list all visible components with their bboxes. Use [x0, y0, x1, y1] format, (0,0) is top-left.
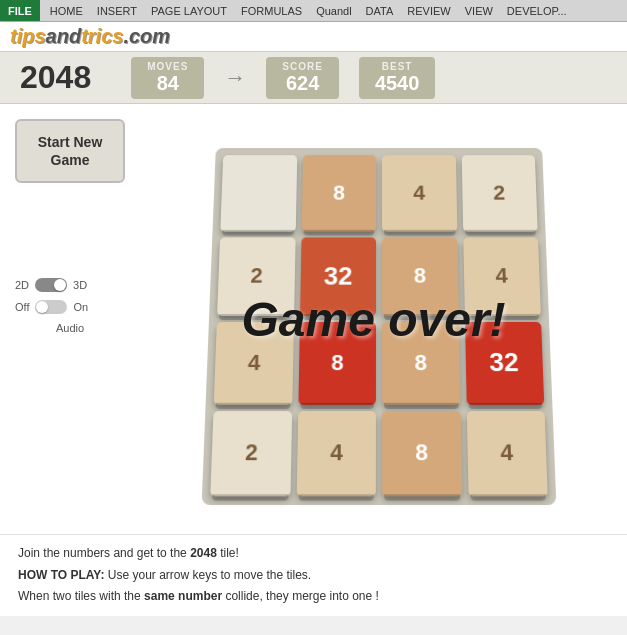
moves-stat: MOVES 84: [131, 57, 204, 99]
score-label: SCORE: [282, 61, 323, 72]
tile-r4c3: 8: [382, 411, 462, 497]
board-area: 8 4 2 2 32 8 4 4 8 8 32 2 4 8: [135, 114, 612, 524]
ribbon-tab-insert[interactable]: INSERT: [97, 5, 137, 17]
toggle-audio-switch[interactable]: [35, 300, 67, 314]
game-title: 2048: [20, 59, 91, 96]
ribbon-tab-view[interactable]: VIEW: [465, 5, 493, 17]
tile-r2c1: 2: [217, 237, 295, 316]
tile-r4c2: 4: [296, 411, 376, 497]
tile-r1c3: 4: [381, 155, 456, 231]
howtoplay-label: HOW TO PLAY:: [18, 568, 104, 582]
instruction-line3: When two tiles with the same number coll…: [18, 586, 609, 608]
moves-value: 84: [147, 72, 188, 95]
toggle-2d-3d-switch[interactable]: [35, 278, 67, 292]
tile-grid: 8 4 2 2 32 8 4 4 8 8 32 2 4 8: [201, 148, 556, 505]
tile-r2c3: 8: [381, 237, 458, 316]
tile-r3c3: 8: [382, 322, 460, 404]
ribbon-tab-review[interactable]: REVIEW: [407, 5, 450, 17]
score-value: 624: [282, 72, 323, 95]
tile-r4c1: 2: [210, 411, 291, 497]
toggle-group: 2D 3D Off On Audio: [15, 278, 125, 334]
site-banner: tipsandtrics.com: [0, 22, 627, 52]
tile-r3c2: 8: [297, 322, 375, 404]
tile-r2c2: 32: [299, 237, 376, 316]
instruction-line2: HOW TO PLAY: Use your arrow keys to move…: [18, 565, 609, 587]
ribbon-tab-pagelayout[interactable]: PAGE LAYOUT: [151, 5, 227, 17]
arrow-icon: →: [224, 65, 246, 91]
moves-label: MOVES: [147, 61, 188, 72]
tile-r2c4: 4: [462, 237, 540, 316]
instructions: Join the numbers and get to the 2048 til…: [0, 534, 627, 616]
toggle-2d-3d-row: 2D 3D: [15, 278, 125, 292]
howtoplay-text: Use your arrow keys to move the tiles.: [108, 568, 311, 582]
tile-r1c1: [220, 155, 296, 231]
start-new-game-button[interactable]: Start NewGame: [15, 119, 125, 183]
file-tab[interactable]: FILE: [0, 0, 40, 21]
ribbon-tab-develop[interactable]: DEVELOP...: [507, 5, 567, 17]
left-panel: Start NewGame 2D 3D Off On Audio: [15, 114, 125, 524]
toggle-2d-label: 2D: [15, 279, 29, 291]
grid-container: 8 4 2 2 32 8 4 4 8 8 32 2 4 8: [201, 148, 556, 505]
best-label: BEST: [375, 61, 420, 72]
ribbon: FILE HOME INSERT PAGE LAYOUT FORMULAS Qu…: [0, 0, 627, 22]
tile-r1c4: 2: [461, 155, 537, 231]
ribbon-tab-quandl[interactable]: Quandl: [316, 5, 351, 17]
stats-bar: 2048 MOVES 84 → SCORE 624 BEST 4540: [0, 52, 627, 104]
tile-r3c1: 4: [213, 322, 293, 404]
same-number-label: same number: [144, 589, 222, 603]
ribbon-tabs: HOME INSERT PAGE LAYOUT FORMULAS Quandl …: [40, 5, 567, 17]
audio-label: Audio: [15, 322, 125, 334]
tile-r1c2: 8: [301, 155, 376, 231]
ribbon-tab-formulas[interactable]: FORMULAS: [241, 5, 302, 17]
tile-r4c4: 4: [466, 411, 547, 497]
ribbon-tab-home[interactable]: HOME: [50, 5, 83, 17]
best-stat: BEST 4540: [359, 57, 436, 99]
toggle-off-label: Off: [15, 301, 29, 313]
game-board: 8 4 2 2 32 8 4 4 8 8 32 2 4 8: [189, 129, 559, 509]
toggle-on-label: On: [73, 301, 88, 313]
best-value: 4540: [375, 72, 420, 95]
site-logo: tipsandtrics.com: [10, 25, 170, 48]
toggle-3d-label: 3D: [73, 279, 87, 291]
instruction-line1: Join the numbers and get to the 2048 til…: [18, 543, 609, 565]
tile-ref: 2048: [190, 546, 217, 560]
main-area: Start NewGame 2D 3D Off On Audio 8: [0, 104, 627, 534]
tile-r3c4: 32: [464, 322, 544, 404]
score-stat: SCORE 624: [266, 57, 339, 99]
ribbon-tab-data[interactable]: DATA: [366, 5, 394, 17]
toggle-audio-row: Off On: [15, 300, 125, 314]
